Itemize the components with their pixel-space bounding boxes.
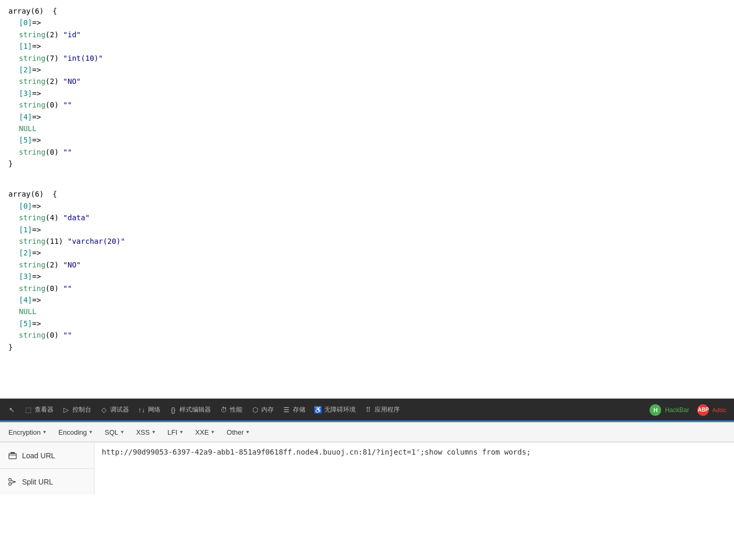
url-input[interactable]	[94, 443, 734, 494]
svg-line-4	[11, 480, 16, 482]
style-editor-label: 样式编辑器	[179, 405, 211, 414]
encryption-label: Encryption	[8, 428, 40, 436]
performance-label: 性能	[230, 405, 242, 414]
adblock-item[interactable]: ABP Adblc	[694, 402, 730, 418]
devtools-console[interactable]: ▷ 控制台	[59, 403, 94, 416]
array-block-1: array(6) { [0]=> string(2) "id" [1]=> st…	[8, 5, 726, 169]
left-actions: Load URL Split URL	[0, 443, 94, 494]
block1-header: array(6) {	[8, 5, 726, 17]
adblock-label: ABP	[698, 407, 709, 413]
encoding-arrow: ▼	[89, 429, 93, 435]
accessibility-icon: ♿	[314, 406, 322, 414]
devtools-network[interactable]: ↑↓ 网络	[134, 403, 164, 416]
storage-icon: ☰	[282, 406, 291, 414]
devtools-bar: ↖ ⬚ 查看器 ▷ 控制台 ◇ 调试器 ↑↓ 网络 {} 样式编辑器 ⏱ 性能 …	[0, 399, 734, 421]
load-url-button[interactable]: Load URL	[0, 443, 94, 469]
devtools-debugger[interactable]: ◇ 调试器	[97, 403, 132, 416]
memory-icon: ⬡	[251, 406, 259, 414]
svg-point-2	[9, 478, 12, 481]
load-url-label: Load URL	[22, 451, 55, 460]
application-label: 应用程序	[375, 405, 400, 414]
encryption-arrow: ▼	[42, 429, 47, 435]
devtools-accessibility[interactable]: ♿ 无障碍环境	[311, 403, 359, 416]
svg-rect-1	[10, 452, 15, 454]
network-icon: ↑↓	[137, 406, 146, 414]
encryption-menu[interactable]: Encryption ▼	[4, 426, 51, 438]
other-label: Other	[227, 428, 244, 436]
storage-label: 存储	[293, 405, 305, 414]
lfi-menu[interactable]: LFI ▼	[163, 426, 188, 438]
debugger-label: 调试器	[110, 405, 129, 414]
network-label: 网络	[148, 405, 161, 414]
other-menu[interactable]: Other ▼	[222, 426, 254, 438]
code-output: array(6) { [0]=> string(2) "id" [1]=> st…	[0, 0, 734, 399]
load-url-icon	[7, 450, 18, 461]
memory-label: 内存	[261, 405, 274, 414]
devtools-storage[interactable]: ☰ 存储	[279, 403, 309, 416]
hackbar-toolbar: Encryption ▼ Encoding ▼ SQL ▼ XSS ▼ LFI …	[0, 422, 734, 442]
console-icon: ▷	[62, 406, 70, 414]
block2-header: array(6) {	[8, 188, 726, 200]
svg-rect-0	[9, 454, 16, 459]
xss-arrow: ▼	[151, 429, 156, 435]
sql-menu[interactable]: SQL ▼	[100, 426, 129, 438]
xxe-menu[interactable]: XXE ▼	[191, 426, 219, 438]
lfi-label: LFI	[167, 428, 177, 436]
devtools-cursor[interactable]: ↖	[4, 404, 19, 416]
sql-arrow: ▼	[120, 429, 125, 435]
xxe-arrow: ▼	[210, 429, 215, 435]
lfi-arrow: ▼	[179, 429, 184, 435]
devtools-performance[interactable]: ⏱ 性能	[216, 403, 246, 416]
devtools-inspector[interactable]: ⬚ 查看器	[21, 403, 57, 416]
application-icon: ⠿	[364, 406, 373, 414]
xxe-label: XXE	[195, 428, 209, 436]
xss-label: XSS	[136, 428, 150, 436]
inspector-label: 查看器	[35, 405, 54, 414]
adblock-text: Adblc	[712, 407, 727, 413]
devtools-style-editor[interactable]: {} 样式编辑器	[166, 403, 214, 416]
accessibility-label: 无障碍环境	[324, 405, 356, 414]
url-input-area[interactable]	[94, 443, 734, 494]
devtools-application[interactable]: ⠿ 应用程序	[361, 403, 403, 416]
svg-point-3	[9, 482, 12, 485]
style-editor-icon: {}	[169, 406, 177, 414]
debugger-icon: ◇	[100, 406, 108, 414]
split-url-label: Split URL	[22, 478, 53, 486]
performance-icon: ⏱	[219, 406, 228, 414]
split-url-button[interactable]: Split URL	[0, 469, 94, 494]
svg-line-5	[11, 482, 16, 483]
encoding-menu[interactable]: Encoding ▼	[54, 426, 97, 438]
inspector-icon: ⬚	[24, 406, 33, 414]
adblock-icon: ABP	[697, 404, 709, 416]
encoding-label: Encoding	[58, 428, 87, 436]
hackbar-icon: H	[650, 404, 661, 416]
other-arrow: ▼	[246, 429, 250, 435]
bottom-bar: Load URL Split URL	[0, 442, 734, 494]
xss-menu[interactable]: XSS ▼	[132, 426, 160, 438]
array-block-2: array(6) { [0]=> string(4) "data" [1]=> …	[8, 188, 726, 352]
devtools-memory[interactable]: ⬡ 内存	[248, 403, 277, 416]
hackbar-label: HackBar	[665, 406, 689, 414]
console-label: 控制台	[72, 405, 91, 414]
sql-label: SQL	[104, 428, 118, 436]
split-url-icon	[7, 477, 18, 487]
hackbar-item[interactable]: H HackBar	[644, 402, 692, 418]
cursor-icon: ↖	[7, 406, 16, 414]
